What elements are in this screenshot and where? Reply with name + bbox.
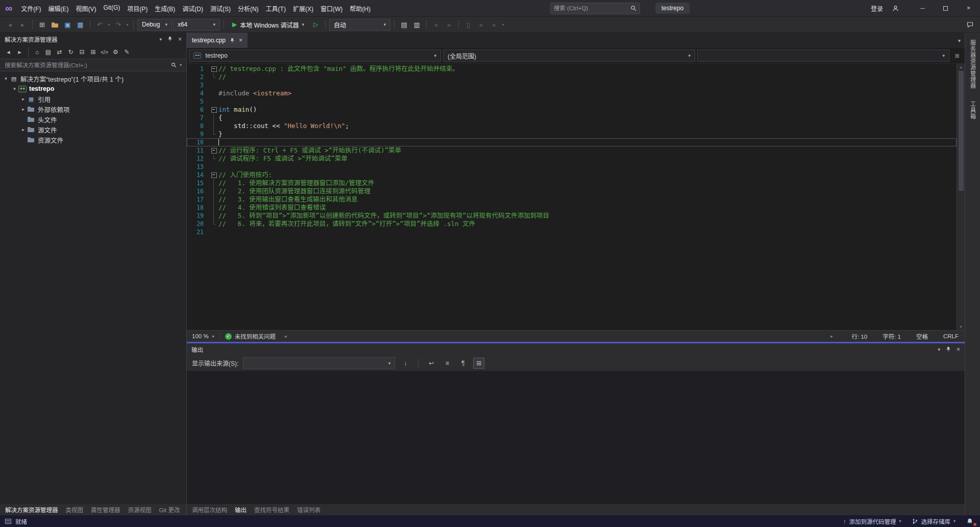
solution-explorer-header[interactable]: 解决方案资源管理器 ▾ × xyxy=(0,33,186,45)
document-health-indicator[interactable]: ✓ 未找到相关问题 xyxy=(219,332,281,340)
redo-dropdown-icon[interactable]: ▾ xyxy=(125,19,130,31)
zoom-control[interactable]: 100 % ▾ xyxy=(187,333,219,339)
code-line[interactable]: 12// 调试程序: F5 或调试 >“开始调试”菜单 xyxy=(187,155,957,163)
solution-explorer-search[interactable]: ▾ xyxy=(0,59,186,71)
platform-combo[interactable]: x64▾ xyxy=(173,19,220,31)
tree-item[interactable]: ▾++testrepo xyxy=(0,84,186,94)
code-line[interactable]: 18// 4. 使用错误列表窗口查看错误 xyxy=(187,204,957,212)
tool-window-tab[interactable]: 类视图 xyxy=(66,506,84,514)
active-documents-icon[interactable]: ▾ xyxy=(958,38,961,43)
tree-item[interactable]: 头文件 xyxy=(0,114,186,124)
autoscroll-icon[interactable]: ¶ xyxy=(457,358,469,369)
chevron-right-icon[interactable]: ▸ xyxy=(19,127,27,132)
menu-item[interactable]: 测试(S) xyxy=(207,2,234,15)
code-line[interactable]: 1// testrepo.cpp : 此文件包含 "main" 函数。程序执行将… xyxy=(187,65,957,73)
notifications-bell-icon[interactable] xyxy=(967,518,975,524)
tool-window-tab[interactable]: 资源视图 xyxy=(128,506,152,514)
save-output-icon[interactable]: ↓ xyxy=(400,358,411,369)
quick-search-input[interactable] xyxy=(554,5,628,11)
auto-hide-tab[interactable]: 工具箱 xyxy=(969,101,977,119)
code-line[interactable]: 7{ xyxy=(187,114,957,122)
menu-item[interactable]: 工具(T) xyxy=(262,2,289,15)
maximize-button[interactable] xyxy=(934,0,957,16)
tree-item[interactable]: ▾▤解决方案“testrepo”(1 个项目/共 1 个) xyxy=(0,73,186,84)
feedback-icon[interactable] xyxy=(964,19,976,31)
sign-in-button[interactable]: 登录 xyxy=(866,4,888,13)
fold-collapse-icon[interactable] xyxy=(209,171,218,179)
code-line[interactable]: 2// xyxy=(187,73,957,81)
tool-window-tab[interactable]: 调用层次结构 xyxy=(192,506,227,514)
code-line[interactable]: 8 std::cout << "Hello World!\n"; xyxy=(187,122,957,130)
code-line[interactable]: 5 xyxy=(187,97,957,106)
split-window-icon[interactable]: ⊞ xyxy=(951,53,963,59)
horizontal-scrollbar-track[interactable] xyxy=(290,331,827,342)
indentation-indicator[interactable]: 空格 xyxy=(901,332,928,340)
output-panel-header[interactable]: 输出 ▾ × xyxy=(187,343,965,355)
sync-with-active-document-icon[interactable]: ⇄ xyxy=(54,47,65,58)
output-source-dropdown[interactable]: ▾ xyxy=(243,357,395,369)
menu-item[interactable]: 视图(V) xyxy=(72,2,100,15)
search-options-icon[interactable]: ▾ xyxy=(180,63,182,67)
new-project-icon[interactable]: ⊞ xyxy=(36,19,48,31)
forward-icon[interactable]: ▸ xyxy=(14,47,25,58)
code-line[interactable]: 6int main() xyxy=(187,106,957,114)
close-icon[interactable]: × xyxy=(178,36,182,43)
window-position-icon[interactable]: ▾ xyxy=(938,347,940,352)
code-line[interactable]: 19// 5. 转到“项目”>“添加新项”以创建新的代码文件，或转到“项目”>“… xyxy=(187,212,957,220)
document-tab[interactable]: testrepo.cpp × xyxy=(187,33,248,48)
menu-item[interactable]: Git(G) xyxy=(100,2,124,15)
add-to-source-control-button[interactable]: ↑ 添加到源代码管理 ▾ xyxy=(843,517,901,525)
collapse-all-icon[interactable]: ⊟ xyxy=(77,47,87,58)
tool-window-tab[interactable]: 错误列表 xyxy=(297,506,321,514)
toggle-output-pane-icon[interactable]: ⊞ xyxy=(473,358,484,369)
code-editor[interactable]: 1// testrepo.cpp : 此文件包含 "main" 函数。程序执行将… xyxy=(187,64,965,330)
next-bookmark-icon[interactable]: » xyxy=(488,19,500,31)
pin-tab-icon[interactable] xyxy=(230,38,235,43)
fold-collapse-icon[interactable] xyxy=(209,146,218,155)
background-tasks-icon[interactable] xyxy=(5,519,11,524)
chevron-right-icon[interactable]: ▸ xyxy=(19,107,27,112)
toggle-bookmark-icon[interactable]: ▯ xyxy=(462,19,474,31)
code-line[interactable]: 15// 1. 使用解决方案资源管理器窗口添加/管理文件 xyxy=(187,179,957,187)
tool-window-tab[interactable]: 属性管理器 xyxy=(91,506,120,514)
uncomment-selection-icon[interactable]: » xyxy=(443,19,455,31)
scope-dropdown[interactable]: (全局范围) ▾ xyxy=(443,49,695,62)
tree-item[interactable]: 资源文件 xyxy=(0,135,186,145)
scroll-right-icon[interactable]: ▸ xyxy=(827,334,836,339)
refresh-icon[interactable]: ↻ xyxy=(65,47,76,58)
menu-item[interactable]: 项目(P) xyxy=(124,2,151,15)
chevron-down-icon[interactable]: ▾ xyxy=(11,86,18,91)
undo-dropdown-icon[interactable]: ▾ xyxy=(107,19,111,31)
code-line[interactable]: 17// 3. 使用输出窗口查看生成输出和其他消息 xyxy=(187,195,957,204)
save-icon[interactable]: ▣ xyxy=(62,19,74,31)
chevron-down-icon[interactable]: ▾ xyxy=(2,76,10,81)
auto-hide-tab[interactable]: 服务器资源管理器 xyxy=(969,40,977,89)
tool-window-tab[interactable]: 解决方案资源管理器 xyxy=(5,506,58,514)
redo-icon[interactable]: ↷ xyxy=(112,19,124,31)
solution-search-input[interactable] xyxy=(5,62,168,68)
output-content[interactable] xyxy=(187,371,965,504)
code-line[interactable]: 3 xyxy=(187,81,957,89)
close-tab-icon[interactable]: × xyxy=(239,37,242,44)
properties-icon[interactable]: ⚙ xyxy=(110,47,121,58)
document-outline-icon[interactable]: ▥ xyxy=(411,19,423,31)
hot-reload-mode-combo[interactable]: 自动▾ xyxy=(329,19,390,31)
scroll-down-icon[interactable]: ▾ xyxy=(960,323,962,330)
fold-collapse-icon[interactable] xyxy=(209,65,218,73)
window-position-icon[interactable]: ▾ xyxy=(159,37,162,42)
start-without-debugging-icon[interactable]: ▷ xyxy=(310,19,322,31)
chevron-right-icon[interactable]: ▸ xyxy=(19,96,27,102)
code-line[interactable]: 13 xyxy=(187,163,957,171)
tool-window-tab[interactable]: 输出 xyxy=(235,506,247,514)
toolbar-options-icon[interactable]: ▾ xyxy=(501,19,505,31)
vertical-scrollbar[interactable]: ▴ ▾ xyxy=(957,64,965,330)
save-all-icon[interactable]: ▦ xyxy=(75,19,86,31)
code-line[interactable]: 4#include <iostream> xyxy=(187,89,957,97)
code-line[interactable]: 14// 入门使用技巧: xyxy=(187,171,957,179)
fold-collapse-icon[interactable] xyxy=(209,106,218,114)
horizontal-scrollbar[interactable]: ◂ ▸ xyxy=(281,331,836,342)
menu-item[interactable]: 编辑(E) xyxy=(45,2,72,15)
menu-item[interactable]: 分析(N) xyxy=(234,2,262,15)
tool-window-tab[interactable]: 查找符号结果 xyxy=(254,506,289,514)
menu-item[interactable]: 调试(D) xyxy=(179,2,207,15)
